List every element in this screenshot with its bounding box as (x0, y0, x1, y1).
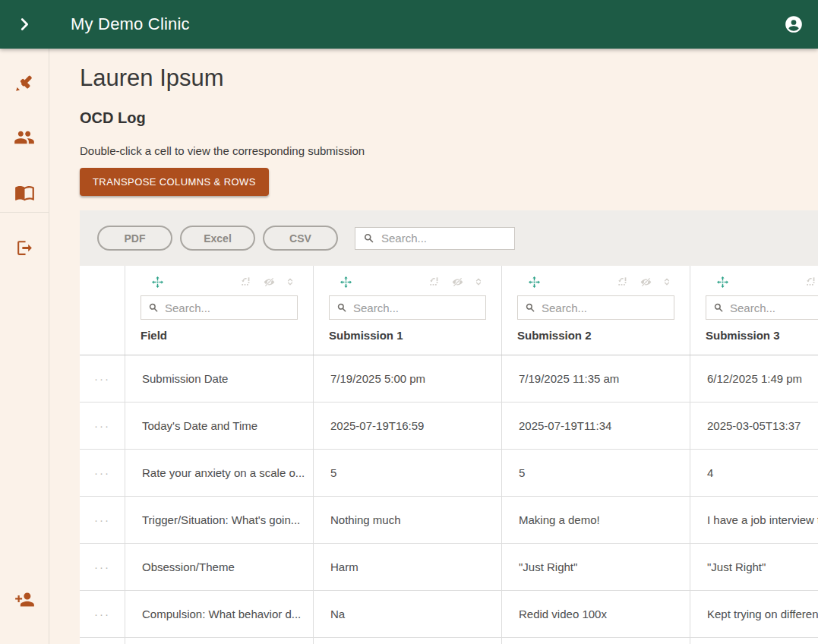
column-sort-button[interactable] (286, 276, 295, 288)
value-cell[interactable]: Harm (314, 544, 502, 590)
search-icon (148, 302, 159, 313)
row-menu-handle[interactable]: ··· (80, 544, 125, 590)
instruction-text: Double-click a cell to view the correspo… (80, 144, 818, 157)
row-handle-header-cell (80, 266, 125, 355)
column-search-input[interactable] (353, 301, 478, 314)
value-cell[interactable]: 2025-03-05T13:37 (690, 402, 818, 449)
search-icon (525, 302, 535, 313)
value-cell[interactable]: Making a demo! (502, 497, 690, 543)
transpose-button[interactable]: TRANSPOSE COLUMNS & ROWS (80, 168, 269, 196)
table-row: ··· Obsession/Theme Harm "Just Right" "J… (80, 544, 818, 591)
table-search-input[interactable] (381, 232, 507, 245)
column-move-handle[interactable] (716, 276, 729, 289)
sidebar-expand-button[interactable] (0, 0, 49, 49)
field-cell[interactable]: Today's Date and Time (125, 402, 314, 449)
column-move-handle[interactable] (151, 276, 164, 289)
column-title: Submission 3 (706, 329, 818, 342)
field-cell[interactable]: Trigger/Situation: What's goin... (125, 497, 314, 543)
person-add-icon (14, 589, 35, 610)
move-icon (340, 276, 352, 289)
export-excel-button[interactable]: Excel (180, 226, 255, 251)
app-window: My Demo Clinic Lauren Ip (0, 0, 818, 644)
column-search-box (517, 295, 674, 320)
column-move-handle[interactable] (340, 276, 352, 289)
table-row: ··· Today's Date and Time 2025-07-19T16:… (80, 402, 818, 450)
value-cell[interactable]: "Just Right" (690, 544, 818, 590)
field-cell[interactable]: Compulsion: What behavior d... (125, 591, 314, 637)
value-cell[interactable]: 7/19/2025 5:00 pm (314, 355, 502, 402)
value-cell[interactable]: 7/19/2025 11:35 am (502, 355, 690, 402)
table-row-clipped (80, 638, 818, 644)
sidebar-item-add-person[interactable] (13, 589, 36, 610)
filter-history-icon (429, 276, 441, 288)
table-row: ··· Compulsion: What behavior d... Na Re… (80, 591, 818, 638)
sidebar-item-library[interactable] (13, 182, 36, 203)
column-title: Submission 2 (517, 329, 674, 342)
value-cell[interactable]: Kept trying on differen (690, 591, 818, 637)
column-tools (690, 273, 818, 290)
column-search-input[interactable] (165, 301, 290, 314)
people-icon (14, 127, 35, 148)
value-cell[interactable]: Redid video 100x (502, 591, 690, 637)
row-menu-handle[interactable]: ··· (80, 497, 125, 543)
sort-chevrons-icon (662, 276, 671, 288)
patient-name-heading: Lauren Ipsum (80, 65, 818, 92)
row-menu-handle[interactable]: ··· (80, 591, 125, 637)
account-menu-button[interactable] (781, 11, 807, 37)
value-cell[interactable]: 6/12/2025 1:49 pm (690, 355, 818, 402)
logout-icon (15, 238, 34, 257)
field-cell[interactable]: Obsession/Theme (125, 544, 314, 590)
column-search-box (329, 295, 486, 320)
value-cell[interactable]: I have a job interview t (690, 497, 818, 543)
column-title: Field (141, 329, 298, 342)
column-filter-history-button[interactable] (806, 276, 818, 288)
value-cell[interactable]: 2025-07-19T11:34 (502, 402, 690, 449)
value-cell[interactable]: 4 (690, 450, 818, 496)
row-menu-handle[interactable]: ··· (80, 402, 125, 449)
content-area: Lauren Ipsum OCD Log Double-click a cell… (0, 49, 818, 644)
filter-history-icon (617, 276, 630, 288)
sidebar-item-logout[interactable] (13, 237, 36, 258)
filter-history-icon (806, 276, 818, 288)
field-cell[interactable]: Rate your anxiety on a scale o... (125, 450, 314, 496)
design-services-icon (14, 73, 34, 93)
value-cell[interactable]: 5 (502, 450, 690, 496)
column-filter-history-button[interactable] (241, 276, 253, 288)
column-search-input[interactable] (542, 301, 667, 314)
value-cell[interactable]: 2025-07-19T16:59 (314, 402, 502, 449)
column-sort-button[interactable] (662, 276, 671, 288)
column-title: Submission 1 (329, 329, 486, 342)
column-move-handle[interactable] (528, 276, 541, 289)
filter-history-icon (241, 276, 253, 288)
app-title: My Demo Clinic (71, 14, 190, 34)
column-hide-button[interactable] (451, 276, 464, 289)
column-hide-button[interactable] (640, 276, 652, 289)
export-csv-button[interactable]: CSV (263, 226, 338, 251)
value-cell[interactable]: 5 (314, 450, 502, 496)
sidebar-item-services[interactable] (13, 72, 36, 93)
table-header-row: Field (80, 266, 818, 355)
column-header-submission-3: Submission 3 (690, 266, 818, 355)
column-filter-history-button[interactable] (617, 276, 630, 288)
value-cell[interactable]: Nothing much (314, 497, 502, 543)
field-cell[interactable]: Submission Date (125, 355, 314, 402)
move-icon (151, 276, 164, 289)
sidebar-item-patients[interactable] (13, 127, 36, 148)
column-header-submission-2: Submission 2 (502, 266, 690, 355)
topbar: My Demo Clinic (0, 0, 818, 49)
column-header-field: Field (125, 266, 314, 355)
table-row: ··· Rate your anxiety on a scale o... 5 … (80, 450, 818, 497)
value-cell[interactable]: "Just Right" (502, 544, 690, 590)
column-filter-history-button[interactable] (429, 276, 441, 288)
row-menu-handle[interactable]: ··· (80, 355, 125, 402)
column-search-box (141, 295, 298, 320)
column-search-box (706, 295, 818, 320)
column-hide-button[interactable] (263, 276, 276, 289)
export-pdf-button[interactable]: PDF (97, 226, 172, 251)
chevron-right-icon (16, 16, 33, 33)
column-sort-button[interactable] (474, 276, 483, 288)
row-menu-handle[interactable]: ··· (80, 450, 125, 496)
value-cell[interactable]: Na (314, 591, 502, 637)
column-search-input[interactable] (730, 301, 818, 314)
account-circle-icon (784, 14, 804, 34)
